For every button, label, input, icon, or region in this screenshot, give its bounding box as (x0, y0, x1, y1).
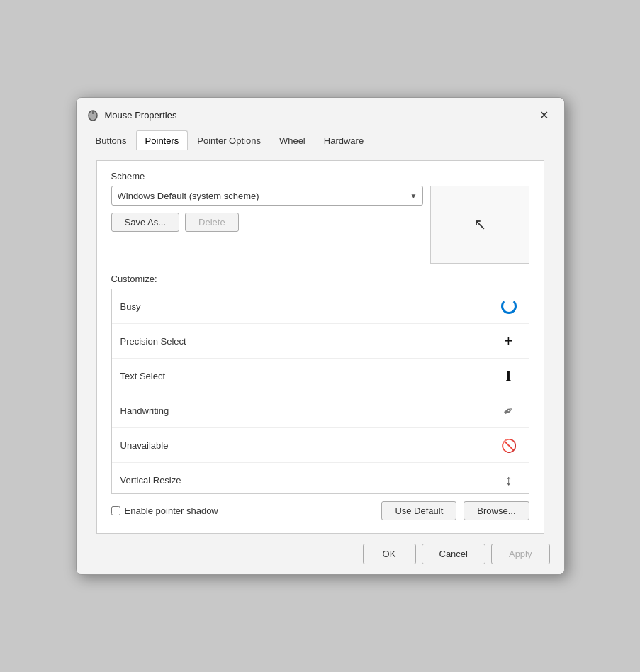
pen-cursor-icon (498, 399, 520, 422)
unavailable-cursor-icon (498, 434, 520, 457)
dialog-footer: OK Cancel Apply (77, 534, 564, 574)
scheme-buttons: Save As... Delete (111, 213, 423, 232)
save-as-button[interactable]: Save As... (111, 213, 180, 232)
use-default-button[interactable]: Use Default (381, 501, 456, 520)
bottom-controls: Enable pointer shadow Use Default Browse… (111, 494, 529, 523)
scheme-row: Windows Default (system scheme) ▼ Save A… (111, 186, 529, 264)
dialog-content: Scheme Windows Default (system scheme) ▼… (77, 150, 564, 534)
mouse-icon (86, 108, 99, 121)
ok-button[interactable]: OK (363, 544, 416, 564)
scheme-dropdown-wrapper: Windows Default (system scheme) ▼ (111, 186, 423, 206)
list-item-label: Text Select (120, 371, 498, 381)
list-item[interactable]: Busy (112, 289, 529, 324)
enable-shadow-checkbox[interactable] (111, 506, 120, 515)
list-item[interactable]: Vertical Resize (112, 463, 529, 494)
list-item-label: Busy (120, 301, 498, 312)
list-item-label: Handwriting (120, 405, 498, 416)
dialog-body: Scheme Windows Default (system scheme) ▼… (96, 160, 544, 534)
busy-cursor-icon (498, 295, 520, 318)
scheme-dropdown[interactable]: Windows Default (system scheme) (111, 186, 423, 206)
crosshair-cursor-icon (498, 330, 520, 352)
delete-button[interactable]: Delete (185, 213, 239, 232)
list-item[interactable]: Unavailable (112, 428, 529, 463)
tab-buttons[interactable]: Buttons (86, 130, 136, 150)
tab-bar: Buttons Pointers Pointer Options Wheel H… (77, 130, 564, 150)
list-item[interactable]: Text Select (112, 359, 529, 393)
cancel-button[interactable]: Cancel (422, 544, 485, 564)
tab-pointer-options[interactable]: Pointer Options (188, 130, 270, 150)
scheme-label: Scheme (111, 171, 529, 181)
resize-v-cursor-icon (498, 469, 520, 491)
list-item[interactable]: Precision Select (112, 324, 529, 359)
browse-button[interactable]: Browse... (464, 501, 529, 520)
dialog-title: Mouse Properties (105, 110, 534, 121)
list-item-label: Vertical Resize (120, 475, 498, 486)
list-item[interactable]: Handwriting (112, 393, 529, 428)
tab-pointers[interactable]: Pointers (136, 130, 189, 150)
preview-cursor-icon (473, 215, 486, 234)
enable-shadow-label[interactable]: Enable pointer shadow (111, 505, 218, 516)
customize-label: Customize: (111, 274, 529, 284)
enable-shadow-text: Enable pointer shadow (125, 505, 218, 516)
scheme-preview (430, 186, 529, 264)
apply-button[interactable]: Apply (491, 544, 550, 564)
customize-section: Customize: Busy Precision Select (111, 274, 529, 523)
text-cursor-icon (498, 364, 520, 387)
close-button[interactable]: ✕ (534, 105, 554, 125)
tab-hardware[interactable]: Hardware (315, 130, 373, 150)
customize-list[interactable]: Busy Precision Select Text Select (111, 289, 529, 494)
scheme-left: Windows Default (system scheme) ▼ Save A… (111, 186, 423, 232)
list-item-label: Precision Select (120, 336, 498, 347)
mouse-properties-dialog: Mouse Properties ✕ Buttons Pointers Poin… (76, 97, 565, 575)
scheme-section: Scheme Windows Default (system scheme) ▼… (111, 171, 529, 264)
list-item-label: Unavailable (120, 440, 498, 451)
tab-wheel[interactable]: Wheel (270, 130, 315, 150)
title-bar: Mouse Properties ✕ (77, 98, 564, 130)
